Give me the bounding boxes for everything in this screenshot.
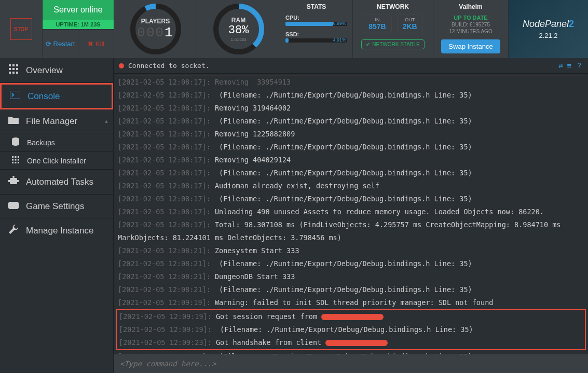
log-timestamp: [2021-02-05 12:08:17]: — [118, 91, 211, 99]
sidebar-item-manage-instance[interactable]: Manage Instance — [0, 218, 113, 243]
connection-status: Connected to socket. — [119, 62, 210, 70]
log-timestamp: [2021-02-05 12:08:17]: — [118, 130, 211, 138]
kill-button[interactable]: ✖ Kill — [78, 29, 114, 58]
log-message: (Filename: ./Runtime/Export/Debug/Debug.… — [215, 259, 472, 268]
sidebar-item-label: Console — [28, 91, 60, 102]
log-message: (Filename: ./Runtime/Export/Debug/Debug.… — [215, 117, 472, 125]
svg-rect-10 — [9, 72, 11, 74]
ram-gauge-cell: RAM 38% 1.53GB — [197, 0, 280, 58]
log-message: (Filename: ./Runtime/Export/Debug/Debug.… — [215, 169, 472, 177]
game-build: BUILD: 6195275 — [436, 22, 505, 27]
sidebar-item-backups[interactable]: Backups — [0, 133, 113, 152]
sidebar-item-label: Overview — [26, 65, 63, 76]
sidebar-item-file-manager[interactable]: File Manager ▲ — [0, 109, 113, 133]
log-message: Zonesystem Start 333 — [215, 246, 299, 255]
svg-rect-13 — [10, 91, 20, 99]
log-line: [2021-02-05 12:08:17]: Removing 33954913 — [118, 75, 584, 89]
log-line: [2021-02-05 12:08:17]: Removing 12258828… — [118, 128, 584, 141]
chevron-up-icon: ▲ — [104, 118, 109, 124]
players-title: PLAYERS — [137, 18, 173, 25]
players-gauge-cell: PLAYERS 0001 — [114, 0, 197, 58]
svg-rect-18 — [12, 159, 13, 160]
log-message: (Filename: ./Runtime/Export/Debug/Debug.… — [216, 325, 473, 334]
sidebar-item-label: File Manager — [26, 116, 77, 127]
log-message: Removing 33954913 — [215, 78, 291, 86]
console-log[interactable]: [2021-02-05 12:08:17]: Removing 33954913… — [114, 74, 588, 354]
log-timestamp: [2021-02-05 12:08:17]: — [118, 104, 211, 112]
log-timestamp: [2021-02-05 12:09:19]: — [119, 312, 212, 321]
ram-value: 38% — [228, 24, 249, 37]
log-line: [2021-02-05 12:09:23]: (Filename: ./Runt… — [118, 350, 584, 354]
svg-rect-4 — [9, 64, 11, 66]
ram-gauge: RAM 38% 1.53GB — [213, 3, 265, 55]
ssd-row: SSD: 4.91% — [285, 31, 347, 43]
ssd-label: SSD: — [285, 31, 347, 37]
robot-icon — [7, 176, 20, 188]
log-timestamp: [2021-02-05 12:08:17]: — [118, 143, 211, 151]
svg-rect-20 — [18, 159, 19, 160]
log-line: [2021-02-05 12:08:17]: Total: 98.307108 … — [118, 218, 584, 244]
net-out-value: 2KB — [403, 22, 417, 31]
sidebar-item-automated-tasks[interactable]: Automated Tasks — [0, 170, 113, 195]
restart-button[interactable]: ⟳ Restart — [43, 29, 78, 58]
players-value: 0001 — [137, 25, 173, 40]
log-line: [2021-02-05 12:09:19]: Got session reque… — [119, 310, 583, 323]
sidebar-item-overview[interactable]: Overview — [0, 58, 113, 83]
players-gauge: PLAYERS 0001 — [130, 3, 182, 55]
svg-rect-24 — [10, 178, 17, 184]
game-updated: 12 MINUTES AGO — [436, 29, 505, 34]
svg-rect-26 — [8, 180, 10, 182]
svg-rect-23 — [18, 162, 19, 163]
log-line: [2021-02-05 12:08:17]: (Filename: ./Runt… — [118, 167, 584, 179]
network-title: NETWORK — [358, 3, 428, 10]
svg-point-25 — [12, 176, 15, 178]
log-timestamp: [2021-02-05 12:08:21]: — [118, 259, 211, 268]
grid-icon — [10, 156, 21, 165]
list-icon[interactable]: ≡ — [567, 61, 571, 71]
status-cell: Server online UPTIME: 1M 23S ⟳ Restart ✖… — [43, 0, 114, 58]
network-cell: NETWORK IN 857B OUT 2KB ✔ NETWORK STABLE — [352, 0, 433, 58]
log-message: Audioman already exist, destroying self — [215, 182, 379, 190]
svg-rect-22 — [15, 162, 16, 163]
log-timestamp: [2021-02-05 12:08:17]: — [118, 156, 211, 164]
svg-rect-6 — [16, 64, 18, 66]
log-line: [2021-02-05 12:08:21]: (Filename: ./Runt… — [118, 283, 584, 296]
help-icon[interactable]: ？ — [576, 61, 583, 71]
cpu-row: CPU: 76.99% — [285, 15, 347, 26]
sidebar-item-game-settings[interactable]: Game Settings — [0, 195, 113, 218]
sidebar-item-console[interactable]: Console — [0, 83, 113, 109]
svg-rect-19 — [15, 159, 16, 160]
log-timestamp: [2021-02-05 12:08:17]: — [118, 78, 211, 86]
svg-rect-16 — [15, 156, 16, 158]
svg-rect-15 — [12, 156, 13, 158]
svg-rect-5 — [12, 64, 15, 66]
log-timestamp: [2021-02-05 12:08:17]: — [118, 208, 211, 216]
log-line: [2021-02-05 12:08:21]: Zonesystem Start … — [118, 244, 584, 257]
swap-instance-button[interactable]: Swap Instance — [441, 39, 500, 53]
svg-rect-8 — [12, 68, 15, 70]
network-out: OUT 2KB — [397, 15, 423, 33]
log-line: [2021-02-05 12:08:17]: (Filename: ./Runt… — [118, 115, 584, 128]
log-message: DungeonDB Start 333 — [215, 272, 295, 281]
status-dot-icon — [119, 63, 124, 68]
log-message: (Filename: ./Runtime/Export/Debug/Debug.… — [215, 195, 472, 203]
log-message: Got session request from — [216, 312, 321, 321]
net-in-label: IN — [368, 17, 386, 22]
sidebar-item-label: Manage Instance — [26, 226, 93, 236]
log-line: [2021-02-05 12:08:17]: Unloading 490 unu… — [118, 205, 584, 218]
log-timestamp: [2021-02-05 12:08:17]: — [118, 182, 211, 190]
log-timestamp: [2021-02-05 12:08:21]: — [118, 246, 211, 255]
svg-rect-9 — [16, 68, 18, 70]
sidebar-item-one-click[interactable]: One Click Installer — [0, 152, 113, 170]
cpu-value: 76.99% — [330, 21, 346, 26]
stats-title: STATS — [285, 3, 347, 10]
svg-rect-27 — [17, 180, 19, 182]
redacted-text — [325, 340, 388, 346]
share-icon[interactable]: ⇄ — [558, 61, 563, 71]
game-name: Valheim — [436, 3, 505, 10]
grid-icon — [7, 64, 20, 76]
console-input[interactable] — [114, 354, 588, 373]
log-line: [2021-02-05 12:08:21]: DungeonDB Start 3… — [118, 270, 584, 283]
stop-button[interactable]: STOP — [10, 18, 32, 40]
sidebar-item-label: Game Settings — [26, 201, 84, 212]
